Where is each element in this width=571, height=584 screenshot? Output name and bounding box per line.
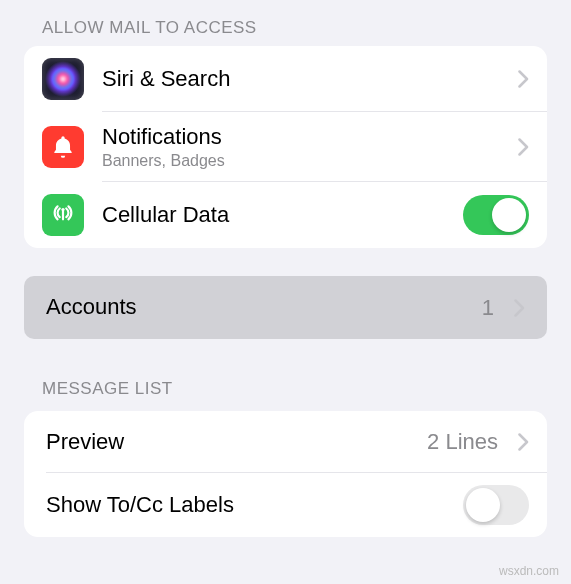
show-tocc-title: Show To/Cc Labels xyxy=(46,492,463,518)
chevron-right-icon xyxy=(518,138,529,156)
notifications-title: Notifications xyxy=(102,124,508,150)
show-tocc-toggle-off[interactable] xyxy=(463,485,529,525)
cellular-title: Cellular Data xyxy=(102,202,463,228)
accounts-title: Accounts xyxy=(46,294,482,320)
row-siri-search[interactable]: Siri & Search xyxy=(24,46,547,112)
chevron-right-icon xyxy=(518,433,529,451)
row-show-tocc: Show To/Cc Labels xyxy=(24,473,547,537)
row-cellular-data: Cellular Data xyxy=(24,182,547,248)
label-siri: Siri & Search xyxy=(102,66,508,92)
svg-point-0 xyxy=(61,208,64,211)
chevron-right-icon xyxy=(514,299,525,317)
siri-icon xyxy=(42,58,84,100)
label-show-tocc: Show To/Cc Labels xyxy=(46,492,463,518)
preview-value: 2 Lines xyxy=(427,429,498,455)
row-notifications[interactable]: Notifications Banners, Badges xyxy=(24,112,547,182)
cellular-icon xyxy=(42,194,84,236)
siri-title: Siri & Search xyxy=(102,66,508,92)
label-preview: Preview xyxy=(46,429,427,455)
cellular-toggle-on[interactable] xyxy=(463,195,529,235)
section-header-allow-access: ALLOW MAIL TO ACCESS xyxy=(0,0,571,46)
label-cellular: Cellular Data xyxy=(102,202,463,228)
label-notifications: Notifications Banners, Badges xyxy=(102,124,508,170)
notifications-sub: Banners, Badges xyxy=(102,152,508,170)
allow-access-group: Siri & Search Notifications Banners, Bad… xyxy=(24,46,547,248)
chevron-right-icon xyxy=(518,70,529,88)
row-accounts[interactable]: Accounts 1 xyxy=(24,276,547,338)
section-header-message-list: MESSAGE LIST xyxy=(0,339,571,407)
message-list-group: Preview 2 Lines Show To/Cc Labels xyxy=(24,411,547,537)
notifications-icon xyxy=(42,126,84,168)
preview-title: Preview xyxy=(46,429,427,455)
watermark: wsxdn.com xyxy=(499,564,559,578)
accounts-count: 1 xyxy=(482,295,494,321)
row-preview[interactable]: Preview 2 Lines xyxy=(24,411,547,473)
